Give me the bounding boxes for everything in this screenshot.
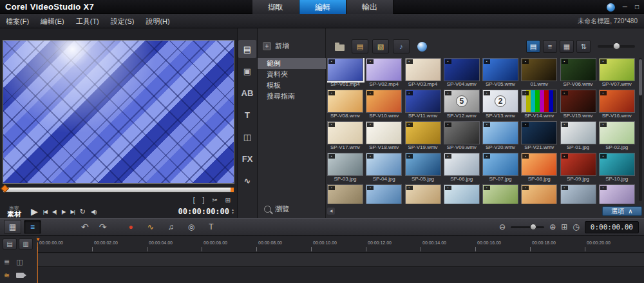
nav-transition[interactable]: AB — [238, 84, 256, 102]
library-thumbnail[interactable]: ▪SP-V02.mp4 — [366, 58, 402, 88]
library-thumbnail[interactable]: ▪01.wmv — [521, 58, 557, 88]
thumbnail-size-slider[interactable] — [598, 45, 635, 48]
library-thumbnail[interactable]: ▪SP-V07.wmv — [599, 58, 635, 88]
show-all-tracks-button[interactable]: ▥ — [19, 239, 33, 249]
undo-button[interactable]: ↶ — [81, 222, 89, 232]
home-button[interactable]: |◀ — [43, 209, 47, 215]
trim-end-handle[interactable] — [231, 188, 234, 192]
gallery-folder[interactable]: 資料夾 — [258, 69, 326, 80]
library-thumbnail[interactable]: ▪SP-V10.wmv — [366, 90, 402, 119]
library-thumbnail[interactable]: ▪SP-08.jpg — [521, 153, 557, 182]
motion-tracking-button[interactable]: ◎ — [188, 222, 194, 231]
library-thumbnail[interactable]: ▪SP-V17.wmv — [327, 121, 363, 151]
menu-edit[interactable]: 編輯(E) — [35, 14, 70, 28]
timeline-zoom-slider[interactable] — [511, 226, 544, 228]
ripple-edit-icon[interactable]: ≋ — [4, 271, 10, 280]
library-thumbnail[interactable]: ▪SP-V18.wmv — [366, 121, 402, 151]
library-thumbnail[interactable]: ▪SP-V21.wmv — [521, 121, 557, 151]
library-thumbnail[interactable]: ▪ — [366, 184, 402, 204]
library-thumbnail[interactable]: ▪SP-09.jpg — [560, 153, 596, 182]
timeline-track-row-1[interactable] — [37, 253, 644, 267]
end-button[interactable]: ▶| — [70, 209, 74, 215]
library-thumbnail[interactable]: ▪ — [327, 184, 363, 204]
library-thumbnail[interactable]: ▪SP-V20.wmv — [482, 121, 518, 151]
library-thumbnail[interactable]: ▪SP-03.jpg — [327, 153, 363, 182]
filter-video-button[interactable]: ▤ — [352, 39, 368, 54]
repeat-button[interactable]: ↻ — [80, 208, 86, 216]
library-thumbnail[interactable]: ▪ — [444, 184, 480, 204]
tab-edit[interactable]: 編輯 — [299, 0, 346, 14]
view-list-button[interactable]: ≡ — [543, 40, 557, 53]
subtitle-editor-button[interactable]: T — [209, 222, 213, 231]
gallery-samples[interactable]: 範例 — [258, 58, 326, 69]
next-frame-button[interactable]: |▶ — [61, 209, 65, 215]
library-scrollbar-thumb[interactable] — [639, 59, 642, 95]
timeline-track-row-2[interactable] — [37, 268, 644, 283]
library-vertical-scrollbar[interactable] — [639, 58, 642, 201]
library-thumbnail[interactable]: ▪ — [482, 184, 518, 204]
project-duration-button[interactable]: ◷ — [573, 222, 579, 231]
library-thumbnail[interactable]: ▪SP-V06.wmv — [560, 58, 596, 88]
add-gallery-button[interactable]: + 新增 — [263, 41, 289, 51]
gallery-guide[interactable]: 搜尋指南 — [258, 91, 326, 102]
sound-mixer-button[interactable]: ∿ — [147, 222, 154, 231]
minimize-icon[interactable]: ─ — [623, 3, 627, 12]
play-button[interactable]: ▶ — [31, 206, 38, 217]
menu-file[interactable]: 檔案(F) — [0, 14, 35, 28]
up-one-level-button[interactable] — [331, 39, 348, 54]
playhead-marker[interactable]: ▼ — [35, 237, 41, 242]
mark-out-button[interactable]: ] — [202, 197, 204, 204]
enlarge-preview-button[interactable]: ⊞ — [225, 197, 231, 204]
library-thumbnail[interactable]: ▪SP-V08.wmv — [327, 90, 363, 119]
track-manager-button[interactable]: ▤ — [3, 239, 17, 249]
library-thumbnail[interactable]: ▪SP-02.jpg — [599, 121, 635, 151]
library-thumbnail[interactable]: ▪SP-V01.mp4 — [327, 58, 363, 88]
timecode-stepper[interactable]: ▲ ▼ — [231, 208, 234, 215]
filter-audio-button[interactable]: ♪ — [393, 39, 410, 54]
filter-photo-button[interactable]: ▧ — [372, 39, 389, 54]
corel-guide-sphere-icon[interactable] — [413, 39, 430, 54]
library-thumbnail[interactable]: ▪ — [521, 184, 557, 204]
split-clip-button[interactable]: ✂ — [212, 197, 217, 204]
corel-guide-ball-icon[interactable] — [607, 3, 615, 12]
library-thumbnail[interactable]: ▪SP-V09.wmv — [444, 121, 480, 151]
library-thumbnail[interactable]: ▪ — [560, 184, 596, 204]
library-thumbnail[interactable]: ▪SP-V14.wmv — [521, 90, 557, 119]
thumbnail-size-slider-handle[interactable] — [613, 43, 620, 50]
trim-start-handle[interactable] — [1, 184, 9, 193]
view-grid-button[interactable]: ▦ — [560, 40, 574, 53]
library-thumbnail[interactable]: ▪SP-V03.mp4 — [405, 58, 441, 88]
auto-music-button[interactable]: ♫ — [168, 222, 174, 231]
fit-project-button[interactable]: ⊞ — [561, 222, 567, 231]
restore-icon[interactable]: □ — [635, 3, 639, 12]
library-thumbnail[interactable]: ▪SP-V15.wmv — [560, 90, 596, 119]
library-thumbnail[interactable]: ▪SP-V05.wmv — [482, 58, 518, 88]
track-layout-icon[interactable]: ◫ — [16, 258, 23, 266]
timeline-zoom-slider-handle[interactable] — [530, 224, 536, 230]
library-thumbnail[interactable]: ▪SP-05.jpg — [405, 153, 441, 182]
library-thumbnail[interactable]: ▪SP-01.jpg — [560, 121, 596, 151]
nav-filter[interactable]: FX — [238, 150, 256, 168]
options-button[interactable]: 選項 ∧ — [602, 206, 642, 216]
nav-graphic[interactable]: ◫ — [238, 128, 256, 146]
gallery-templates[interactable]: 模板 — [258, 80, 326, 91]
library-thumbnail[interactable]: ▪ — [405, 184, 441, 204]
storyboard-view-button[interactable]: ▦ — [4, 220, 21, 234]
view-thumbnail-button[interactable]: ▤ — [526, 40, 540, 53]
menu-settings[interactable]: 設定(S) — [105, 14, 140, 28]
menu-help[interactable]: 說明(H) — [140, 14, 175, 28]
sort-button[interactable]: ⇅ — [576, 40, 591, 53]
library-thumbnail[interactable]: ▪SP-10.jpg — [599, 153, 635, 182]
nav-instant-project[interactable]: ▣ — [238, 62, 256, 80]
zoom-out-button[interactable]: ⊖ — [499, 222, 506, 231]
library-thumbnail[interactable]: ▪SP-V11.wmv — [405, 90, 441, 119]
library-thumbnail[interactable]: ▪SP-V04.wmv — [444, 58, 480, 88]
ripple-edit-all-icon[interactable]: ≣ — [4, 258, 10, 266]
stepper-down-icon[interactable]: ▼ — [231, 211, 234, 215]
tab-share[interactable]: 輸出 — [346, 0, 393, 14]
library-thumbnail[interactable]: ▪SP-V16.wmv — [599, 90, 635, 119]
zoom-in-button[interactable]: ⊕ — [549, 222, 556, 231]
mark-in-button[interactable]: [ — [193, 197, 195, 204]
scrub-bar[interactable] — [3, 187, 234, 193]
video-track-icon[interactable] — [16, 273, 24, 278]
